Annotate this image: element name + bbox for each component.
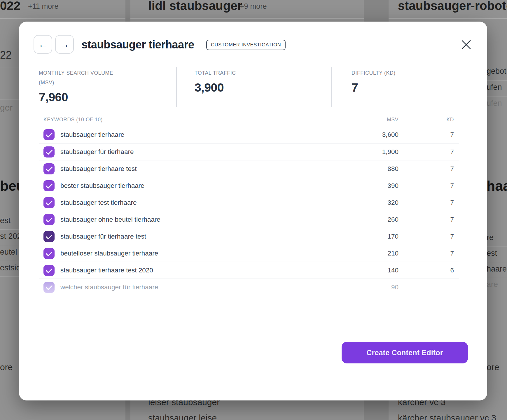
divider — [0, 99, 19, 99]
keywords-count-header: KEYWORDS (10 OF 10) — [43, 117, 355, 123]
background-text-fragment: staubsauger leise — [148, 412, 217, 420]
background-text-fragment: est — [487, 249, 497, 258]
kd-value: 7 — [398, 182, 454, 190]
keyword-label: staubsauger für tierhaare test — [60, 233, 355, 240]
background-text-fragment: haa — [487, 177, 507, 195]
table-row: staubsauger für tierhaare 1,900 7 — [39, 143, 459, 160]
keyword-label: welcher staubsauger für tierhaare — [60, 284, 355, 291]
divider — [487, 246, 507, 246]
keyword-checkbox[interactable] — [43, 231, 55, 242]
close-button[interactable] — [458, 37, 474, 52]
background-text-fragment: haare — [487, 264, 507, 274]
divider — [487, 262, 507, 262]
keyword-detail-modal: ← → staubsauger tierhaare CUSTOMER INVES… — [19, 22, 487, 400]
close-icon — [461, 39, 471, 50]
msv-value: 320 — [355, 199, 398, 206]
table-row: staubsauger test tierhaare 320 7 — [39, 194, 459, 211]
divider — [389, 18, 507, 19]
keyword-checkbox[interactable] — [43, 197, 55, 208]
background-text-fragment: est — [0, 216, 11, 226]
msv-value: 880 — [355, 165, 398, 173]
background-text-fragment: st 202 — [0, 232, 20, 242]
keyword-label: bester staubsauger tierhaare — [60, 182, 355, 190]
table-row: staubsauger tierhaare test 2020 140 6 — [39, 262, 459, 279]
table-row: staubsauger tierhaare 3,600 7 — [39, 126, 459, 143]
background-text-fragment: staubsauger-roboter — [398, 0, 507, 14]
kd-value: 7 — [398, 216, 454, 223]
keyword-checkbox[interactable] — [43, 146, 55, 158]
screen: 022+11 morelidl staubsauger+9 morestaubs… — [0, 0, 507, 420]
kd-value: 7 — [398, 233, 454, 240]
keyword-checkbox[interactable] — [43, 265, 55, 276]
forward-button[interactable]: → — [55, 35, 74, 54]
stat-value: 3,900 — [195, 81, 236, 94]
background-text-fragment: ger — [0, 102, 13, 113]
customer-investigation-badge: CUSTOMER INVESTIGATION — [206, 40, 286, 50]
background-text-fragment: lidl staubsauger — [148, 0, 242, 14]
msv-value: 1,900 — [355, 148, 398, 156]
table-row: staubsauger tierhaare test 880 7 — [39, 160, 459, 177]
divider — [331, 67, 332, 107]
keyword-label: beutelloser staubsauger tierhaare — [60, 250, 355, 257]
modal-title: staubsauger tierhaare — [81, 38, 194, 51]
msv-value: 140 — [355, 267, 398, 274]
msv-value: 260 — [355, 216, 398, 223]
kd-value: 7 — [398, 131, 454, 139]
background-text-fragment: 22 — [0, 48, 12, 62]
keywords-table-header: KEYWORDS (10 OF 10) MSV KD — [39, 114, 459, 125]
background-text-fragment: +9 more — [240, 2, 267, 11]
stat-total-traffic: TOTAL TRAFFIC 3,900 — [195, 68, 236, 94]
arrow-left-icon: ← — [38, 39, 48, 50]
keyword-checkbox[interactable] — [43, 163, 55, 174]
divider — [0, 67, 19, 67]
divider — [487, 80, 507, 81]
back-button[interactable]: ← — [34, 35, 52, 54]
background-text-fragment: 022 — [0, 0, 20, 14]
msv-value: 390 — [355, 182, 398, 190]
keyword-label: staubsauger ohne beutel tierhaare — [60, 216, 355, 223]
msv-value: 170 — [355, 233, 398, 240]
background-text-fragment: ufen — [487, 99, 502, 108]
stat-label: DIFFICULTY (KD) — [352, 68, 396, 78]
divider — [0, 18, 125, 19]
keyword-checkbox[interactable] — [43, 214, 55, 225]
stat-difficulty: DIFFICULTY (KD) 7 — [352, 68, 396, 94]
keyword-label: staubsauger tierhaare test — [60, 165, 355, 173]
keyword-label: staubsauger tierhaare test 2020 — [60, 267, 355, 274]
msv-value: 210 — [355, 250, 398, 257]
keyword-label: staubsauger tierhaare — [60, 131, 355, 139]
table-row: staubsauger für tierhaare test 170 7 — [39, 228, 459, 245]
keyword-checkbox[interactable] — [43, 129, 55, 140]
divider — [487, 97, 507, 97]
msv-value: 90 — [355, 284, 398, 291]
table-row: bester staubsauger tierhaare 390 7 — [39, 177, 459, 194]
kd-value: 7 — [398, 165, 454, 173]
background-text-fragment: ore — [0, 362, 13, 373]
arrow-right-icon: → — [60, 39, 69, 50]
background-text-fragment: ore — [487, 362, 499, 373]
keyword-checkbox[interactable] — [43, 180, 55, 191]
divider — [0, 261, 19, 261]
keyword-checkbox[interactable] — [43, 282, 55, 293]
stat-label: MONTHLY SEARCH VOLUME (MSV) — [39, 68, 122, 88]
table-row: staubsauger ohne beutel tierhaare 260 7 — [39, 211, 459, 228]
keyword-checkbox[interactable] — [43, 248, 55, 259]
msv-column-header: MSV — [355, 117, 398, 123]
stat-label: TOTAL TRAFFIC — [195, 68, 236, 78]
divider — [0, 245, 19, 245]
kd-value: 7 — [398, 148, 454, 156]
stat-msv: MONTHLY SEARCH VOLUME (MSV) 7,960 — [39, 68, 122, 104]
divider — [176, 67, 177, 107]
kd-value: 6 — [398, 267, 454, 274]
divider — [0, 229, 19, 230]
create-content-editor-button[interactable]: Create Content Editor — [342, 342, 468, 363]
background-text-fragment: are — [487, 280, 498, 290]
msv-value: 3,600 — [355, 131, 398, 139]
stat-value: 7 — [352, 81, 396, 94]
keywords-rows: staubsauger tierhaare 3,600 7 staubsauge… — [39, 126, 459, 295]
background-text-fragment: kärcher staubsauger vc 3 — [398, 412, 496, 420]
kd-value: 7 — [398, 250, 454, 257]
kd-value: 7 — [398, 199, 454, 206]
background-text-fragment: eutel — [0, 247, 17, 257]
background-text-fragment: +11 more — [28, 2, 58, 11]
